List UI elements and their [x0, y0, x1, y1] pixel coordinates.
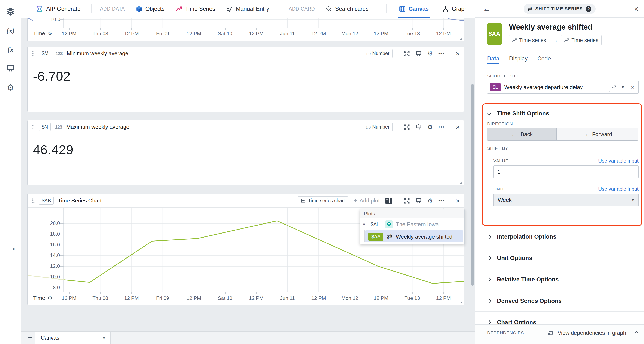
expand-icon[interactable] — [404, 124, 410, 130]
settings-gear-icon[interactable]: ⚙ — [0, 81, 21, 94]
drag-handle-icon[interactable] — [31, 124, 35, 130]
tab-display[interactable]: Display — [509, 53, 528, 64]
add-canvas-button[interactable]: + — [25, 332, 35, 344]
time-shift-options-section[interactable]: Time Shift Options — [488, 110, 549, 117]
layers-icon[interactable] — [0, 4, 21, 18]
unit-select[interactable]: Week ▾ — [494, 194, 638, 206]
more-options-icon[interactable]: ••• — [438, 51, 444, 56]
functions-icon[interactable]: fx — [0, 43, 21, 56]
drag-handle-icon[interactable] — [31, 51, 35, 56]
tab-caret-icon[interactable]: ▾ — [103, 336, 105, 340]
back-arrow-icon[interactable]: ← — [483, 4, 490, 14]
collapsed-section-chart-options[interactable]: Chart Options — [475, 312, 644, 324]
x-tick-mark — [288, 28, 288, 30]
present-icon[interactable] — [416, 198, 422, 204]
arrow-right-icon: → — [582, 131, 589, 138]
preview-trend-icon[interactable] — [609, 82, 618, 92]
left-icon-rail: (x) fx ⚙ — [0, 0, 21, 344]
presentation-icon[interactable] — [0, 62, 21, 75]
variable-badge[interactable]: $N — [39, 123, 50, 131]
x-tick-mark — [288, 292, 288, 294]
chevron-up-icon[interactable] — [635, 331, 638, 335]
more-options-icon[interactable]: ••• — [438, 198, 444, 204]
toggle-side-panel-icon[interactable] — [385, 198, 392, 204]
y-tick-label: 16.0 — [45, 242, 60, 248]
x-tick-mark — [69, 28, 70, 30]
collapsed-section-relative-time-options[interactable]: Relative Time Options — [475, 269, 644, 290]
axis-gear-icon[interactable]: ⚙ — [48, 295, 52, 301]
close-card-icon[interactable]: × — [456, 197, 460, 204]
y-tick-label: 10.0 — [45, 274, 60, 280]
collapsed-section-interpolation-options[interactable]: Interpolation Options — [475, 226, 644, 248]
x-tick-mark — [100, 28, 101, 30]
add-data-button[interactable]: ADD DATA — [100, 6, 125, 12]
resize-handle-icon[interactable] — [459, 300, 462, 304]
close-panel-icon[interactable]: × — [634, 4, 638, 14]
use-variable-input-link[interactable]: Use variable input — [598, 186, 638, 192]
present-icon[interactable] — [416, 124, 422, 130]
expand-icon[interactable] — [404, 198, 410, 204]
manual-entry-button[interactable]: Manual Entry — [226, 6, 269, 12]
use-variable-input-link[interactable]: Use variable input — [598, 158, 638, 164]
clear-source-icon[interactable]: × — [627, 81, 638, 94]
vertical-scrollbar-thumb[interactable] — [471, 84, 474, 286]
x-tick-mark — [256, 292, 257, 294]
number-format-pill[interactable]: 1.0 Number — [362, 123, 392, 131]
resize-handle-icon[interactable] — [459, 37, 462, 40]
source-plot-input[interactable]: $L Weekly average departure delay ▾ — [487, 81, 627, 94]
expand-icon[interactable] — [404, 50, 410, 57]
collapsed-section-derived-series-options[interactable]: Derived Series Options — [475, 290, 644, 312]
shift-value-input[interactable] — [494, 166, 638, 178]
shift-icon: ⇄ — [387, 233, 392, 241]
present-icon[interactable] — [416, 50, 422, 57]
trend-icon — [512, 38, 517, 42]
variables-icon[interactable]: (x) — [0, 24, 21, 38]
more-options-icon[interactable]: ••• — [438, 124, 444, 130]
x-tick-mark — [194, 28, 194, 30]
add-card-button[interactable]: ADD CARD — [288, 6, 315, 12]
plot-row-parent[interactable]: ▾ $AL The Eastern Iowa — [360, 218, 464, 230]
aip-generate-button[interactable]: AIP Generate — [36, 5, 80, 12]
section-title: Chart Options — [497, 319, 536, 325]
close-card-icon[interactable]: × — [456, 124, 460, 131]
close-card-icon[interactable]: × — [456, 50, 460, 57]
plot-row-selected[interactable]: $AA ⇄ Weekly average shifted — [360, 230, 464, 243]
drag-handle-icon[interactable] — [31, 198, 35, 204]
help-icon[interactable]: ? — [586, 6, 592, 12]
variable-badge[interactable]: $M — [39, 50, 51, 57]
card-settings-gear-icon[interactable]: ⚙ — [427, 197, 433, 204]
card-settings-gear-icon[interactable]: ⚙ — [427, 50, 433, 57]
resize-handle-icon[interactable] — [459, 180, 462, 184]
tab-graph[interactable]: Graph — [441, 0, 469, 18]
panel-title: Weekly average shifted — [509, 23, 592, 32]
view-dependencies-button[interactable]: View dependencies in graph — [548, 330, 638, 336]
card-settings-gear-icon[interactable]: ⚙ — [427, 123, 433, 131]
tab-canvas[interactable]: Canvas — [398, 0, 430, 18]
tab-code[interactable]: Code — [537, 53, 551, 64]
resize-handle-icon[interactable] — [459, 107, 462, 110]
search-input[interactable] — [335, 6, 388, 12]
x-tick-mark — [194, 292, 194, 294]
maximum-weekly-average-card: $N 123 Maximum weekly average 1.0 Number… — [27, 120, 464, 185]
time-series-button[interactable]: Time Series — [176, 6, 215, 12]
rail-collapse-arrow-icon[interactable]: ◂ — [12, 246, 14, 252]
direction-label: DIRECTION — [487, 122, 513, 126]
collapsed-section-unit-options[interactable]: Unit Options — [475, 248, 644, 269]
objects-button[interactable]: Objects — [136, 6, 165, 12]
number-format-pill[interactable]: 1.0 Number — [362, 49, 392, 58]
chevron-right-icon — [487, 299, 491, 303]
dependencies-label: DEPENDENCIES — [487, 330, 524, 336]
direction-forward-button[interactable]: → Forward — [556, 128, 638, 140]
chart-type-pill[interactable]: Time series chart — [298, 196, 348, 205]
variable-badge[interactable]: $AB — [39, 197, 54, 204]
x-tick-label: 12 PM — [116, 295, 147, 301]
plots-popup-title: Plots — [360, 210, 464, 218]
active-tab-underline — [398, 16, 430, 18]
collapse-caret-icon[interactable]: ▾ — [363, 222, 365, 227]
direction-back-button[interactable]: ← Back — [487, 128, 556, 140]
canvas-tab[interactable]: Canvas ▾ — [35, 332, 111, 344]
axis-gear-icon[interactable]: ⚙ — [48, 30, 52, 37]
dropdown-caret-icon[interactable]: ▾ — [622, 84, 624, 90]
add-plot-button[interactable]: + Add plot — [354, 197, 380, 204]
tab-data[interactable]: Data — [487, 53, 500, 64]
